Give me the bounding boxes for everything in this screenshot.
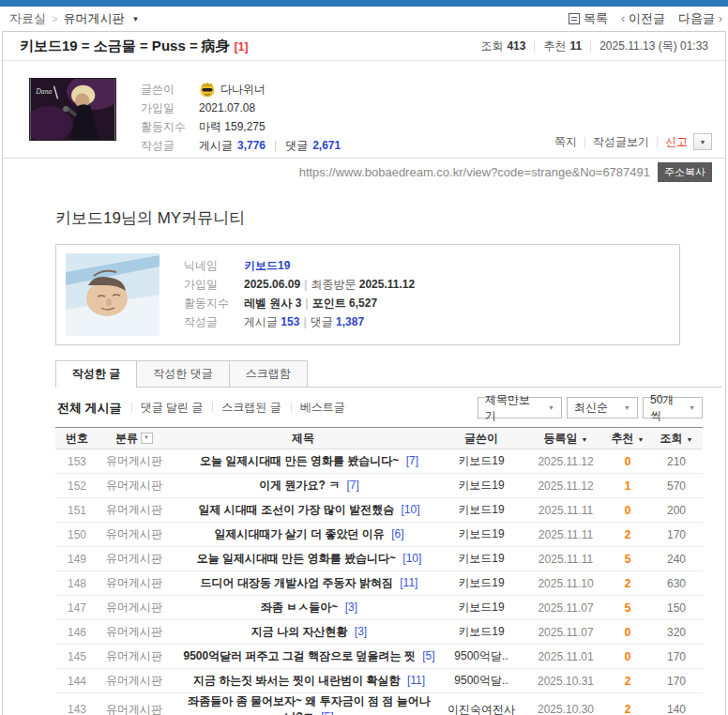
row-likes: 0 [605,620,650,645]
row-writer[interactable]: 9500억달.. [436,645,526,669]
row-title-link[interactable]: 지금 나의 자산현황 [251,625,348,638]
col-likes-sort[interactable]: 추천 [605,428,650,449]
row-category[interactable]: 유머게시판 [99,620,170,645]
row-writer[interactable]: 키보드19 [436,596,526,620]
filter-all-posts[interactable]: 전체 게시글 [55,400,131,417]
prev-post-button[interactable]: ‹ 이전글 [621,10,665,27]
profile-comments-count[interactable]: 1,387 [336,315,364,328]
tab-scraps[interactable]: 스크랩함 [229,360,308,388]
row-comment-count[interactable]: [11] [407,674,425,687]
col-views-sort[interactable]: 조회 [650,428,703,449]
row-date: 2025.11.12 [526,474,605,498]
col-date-sort[interactable]: 등록일 [526,428,605,449]
filter-scrapped-posts[interactable]: 스크랩된 글 [212,400,290,416]
row-writer[interactable]: 키보드19 [436,547,526,571]
row-comment-count[interactable]: [7] [406,454,418,467]
tab-written-posts[interactable]: 작성한 글 [55,360,137,388]
row-title-link[interactable]: 9500억달러 퍼주고 그걸 핵잠으로 덮을려는 찟 [183,649,415,662]
row-writer[interactable]: 키보드19 [436,449,526,474]
row-category[interactable]: 유머게시판 [99,547,170,571]
table-row: 147 유머게시판 좌좀 ㅂㅅ들아~ [3] 키보드19 2025.11.07 … [55,596,703,620]
row-title-link[interactable]: 일제시대때가 살기 더 좋았던 이유 [214,527,384,540]
nick-value[interactable]: 키보드19 [244,258,290,274]
row-writer[interactable]: 키보드19 [436,620,526,645]
filter-best-posts[interactable]: 베스트글 [291,400,355,416]
sort-order-value: 최신순 [574,400,608,416]
row-title-link[interactable]: 일제 시대때 조선이 가장 많이 발전했슴 [198,503,394,516]
row-writer[interactable]: 키보드19 [436,571,526,596]
row-comment-count[interactable]: [3] [345,601,357,614]
row-comment-count[interactable]: [6] [391,527,403,540]
row-category[interactable]: 유머게시판 [99,449,170,474]
memo-button[interactable]: 쪽지 [554,134,577,150]
row-title-link[interactable]: 드디어 대장동 개발사업 주동자 밝혀짐 [201,576,393,589]
row-number: 153 [55,449,99,474]
category-filter-icon[interactable] [141,433,153,444]
table-row: 145 유머게시판 9500억달러 퍼주고 그걸 핵잠으로 덮을려는 찟 [5]… [55,645,703,669]
view-posts-button[interactable]: 작성글보기 [593,134,649,150]
next-post-label: 다음글 [678,10,715,27]
row-category[interactable]: 유머게시판 [99,669,170,693]
author-photo[interactable]: Dana [29,78,116,141]
row-category[interactable]: 유머게시판 [99,596,170,620]
row-title-link[interactable]: 지금 하는짓 봐서는 찟이 내란범이 확실함 [193,674,401,687]
comments-prefix: 댓글 [285,138,308,154]
row-views: 170 [650,645,703,669]
row-category[interactable]: 유머게시판 [99,693,170,715]
view-mode-select[interactable]: 제목만보기 [478,397,562,418]
row-writer[interactable]: 이진숙여전사 [436,693,526,715]
row-title-link[interactable]: 좌좀들아 좀 물어보자~ 왜 투자금이 점 점 늘어나냐?ㅋ [188,694,430,715]
col-category[interactable]: 분류 [99,428,170,449]
row-writer[interactable]: 9500억달.. [436,669,526,693]
posts-count[interactable]: 3,776 [237,139,265,152]
row-comment-count[interactable]: [3] [355,625,367,638]
post-title: 키보드19 = 소금물 = Puss = 病身[1] [20,38,249,55]
chevron-down-icon[interactable]: ▼ [131,15,139,23]
post-comment-count[interactable]: [1] [235,40,249,53]
list-icon [569,13,580,24]
row-comment-count[interactable]: [5] [321,710,333,715]
row-comment-count[interactable]: [10] [402,503,420,516]
row-category[interactable]: 유머게시판 [99,645,170,669]
profile-posts-count[interactable]: 153 [281,315,299,328]
row-title-link[interactable]: 좌좀 ㅂㅅ들아~ [261,601,338,614]
breadcrumb-board[interactable]: 유머게시판 [63,10,124,27]
breadcrumb-section[interactable]: 자료실 [9,10,46,27]
last-visit-label: 최종방문 [311,277,356,293]
row-writer[interactable]: 키보드19 [436,523,526,547]
row-category[interactable]: 유머게시판 [99,571,170,596]
page-size-select[interactable]: 50개씩 [643,397,703,418]
filter-commented-posts[interactable]: 댓글 달린 글 [131,400,213,416]
row-title-cell: 이게 뭔가요? ㅋ [7] [170,474,436,498]
comments-count[interactable]: 2,671 [312,139,341,152]
copy-url-button[interactable]: 주소복사 [658,162,712,182]
row-views: 200 [650,498,703,523]
writer-name[interactable]: 다나위너 [220,82,265,98]
post-navigation: 목록 ‹ 이전글 다음글 › [569,10,722,27]
view-mode-value: 제목만보기 [485,392,540,424]
profile-nick-line: 닉네임 키보드19 [184,256,415,275]
table-header-row: 번호 분류 제목 글쓴이 등록일 추천 조회 [55,428,703,449]
list-button[interactable]: 목록 [569,10,608,27]
report-dropdown-button[interactable] [693,133,712,150]
row-category[interactable]: 유머게시판 [99,523,170,547]
post-container: 키보드19 = 소금물 = Puss = 病身[1] 조회413 추천11 20… [2,31,726,715]
row-number: 149 [55,547,99,571]
row-category[interactable]: 유머게시판 [99,474,170,498]
next-post-button[interactable]: 다음글 › [678,10,722,27]
row-comment-count[interactable]: [10] [402,552,421,565]
sort-order-select[interactable]: 최신순 [567,397,638,418]
row-comment-count[interactable]: [11] [400,576,417,589]
row-comment-count[interactable]: [5] [422,649,434,662]
row-title-link[interactable]: 오늘 일제시대때 만든 영화를 봤습니다~ [200,454,399,467]
post-title-row: 키보드19 = 소금물 = Puss = 病身[1] 조회413 추천11 20… [3,32,725,61]
report-button[interactable]: 신고 [665,134,688,150]
row-title-link[interactable]: 오늘 일제시대때 만든 영화를 봤습니다~ [197,552,396,565]
row-writer[interactable]: 키보드19 [436,474,526,498]
row-title-link[interactable]: 이게 뭔가요? ㅋ [259,479,340,492]
post-url[interactable]: https://www.bobaedream.co.kr/view?code=s… [299,165,650,179]
row-category[interactable]: 유머게시판 [99,498,170,523]
row-writer[interactable]: 키보드19 [436,498,526,523]
row-comment-count[interactable]: [7] [347,479,359,492]
tab-written-comments[interactable]: 작성한 댓글 [136,360,229,388]
